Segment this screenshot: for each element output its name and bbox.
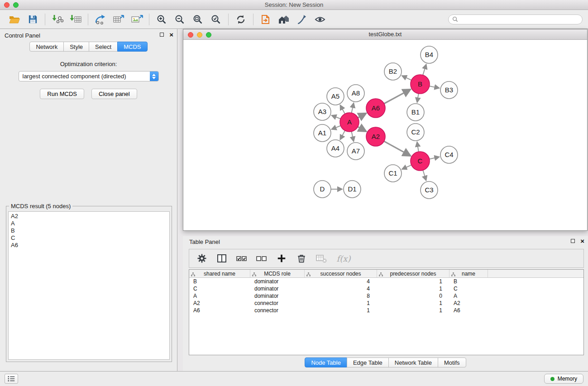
mcds-result-item[interactable]: A (10, 220, 168, 227)
edge-C-C1[interactable] (402, 165, 411, 169)
mcds-result-item[interactable]: B (10, 227, 168, 234)
zoom-fit-button[interactable] (189, 12, 207, 27)
open-session-button[interactable] (5, 12, 24, 27)
edge-A-A4[interactable] (340, 131, 345, 140)
apply-layout-button[interactable] (232, 12, 250, 27)
table-cell[interactable]: C (189, 286, 250, 292)
import-network-button[interactable] (48, 12, 67, 27)
node-A8[interactable]: A8 (347, 85, 364, 102)
edge-B-B2[interactable] (402, 76, 411, 80)
mcds-result-item[interactable]: A6 (10, 242, 168, 249)
table-cell[interactable]: C (449, 286, 488, 292)
tab-network-table[interactable]: Network Table (388, 357, 438, 367)
node-table[interactable]: shared nameMCDS rolesuccessor nodesprede… (189, 269, 584, 355)
table-row[interactable]: Cdominator41C (189, 285, 583, 292)
edge-C-C4[interactable] (430, 157, 440, 159)
node-C3[interactable]: C3 (421, 181, 438, 199)
memory-button[interactable]: Memory (544, 374, 583, 384)
edge-B-B1[interactable] (417, 94, 419, 103)
float-panel-icon[interactable] (571, 239, 575, 243)
network-canvas[interactable]: B4B2BB3A5A8A6A3B1AC2A1A2A4A7C4CC1DD1C3 (183, 40, 587, 230)
table-cell[interactable]: 1 (305, 307, 377, 314)
mcds-result-item[interactable]: A2 (10, 213, 168, 220)
node-A1[interactable]: A1 (314, 124, 331, 142)
table-cell[interactable]: B (449, 278, 488, 285)
run-mcds-button[interactable]: Run MCDS (40, 89, 84, 99)
column-header-successor-nodes[interactable]: successor nodes (305, 270, 377, 277)
export-image-button[interactable] (128, 12, 146, 27)
show-columns-button[interactable] (214, 251, 230, 266)
node-B1[interactable]: B1 (407, 104, 424, 121)
zoom-selected-button[interactable] (207, 12, 225, 27)
close-window-icon[interactable] (4, 2, 10, 8)
minimize-view-icon[interactable] (197, 32, 202, 38)
float-panel-icon[interactable] (160, 33, 164, 37)
select-all-button[interactable] (234, 251, 250, 266)
table-cell[interactable]: 1 (377, 307, 449, 314)
table-cell[interactable]: 4 (305, 278, 377, 285)
table-cell[interactable]: A (449, 293, 488, 299)
table-cell[interactable]: A2 (189, 300, 250, 306)
table-row[interactable]: A6connector11A6 (189, 307, 583, 314)
table-cell[interactable]: 1 (377, 278, 449, 285)
import-table-button[interactable] (67, 12, 85, 27)
edge-A6-B[interactable] (384, 89, 410, 104)
node-B4[interactable]: B4 (421, 46, 438, 63)
search-input[interactable] (460, 16, 578, 23)
edge-C-C3[interactable] (423, 170, 426, 181)
table-cell[interactable]: B (189, 278, 250, 285)
edge-A-A2[interactable] (358, 127, 366, 131)
close-panel-icon[interactable]: × (169, 32, 173, 37)
table-cell[interactable]: dominator (250, 293, 305, 299)
tab-select[interactable]: Select (89, 42, 118, 52)
node-C-mcds[interactable]: C (411, 152, 430, 171)
column-header-mcds-role[interactable]: MCDS role (250, 270, 305, 277)
edge-A-A5[interactable] (340, 105, 345, 114)
edge-A-A3[interactable] (332, 115, 341, 119)
edge-A-A6[interactable] (358, 113, 366, 118)
table-row[interactable]: Adominator80A (189, 292, 583, 300)
node-D[interactable]: D (314, 181, 331, 198)
tab-mcds[interactable]: MCDS (117, 42, 147, 52)
column-header-shared-name[interactable]: shared name (189, 270, 250, 277)
node-C1[interactable]: C1 (384, 165, 402, 182)
add-button[interactable] (273, 251, 290, 266)
table-cell[interactable]: 8 (305, 293, 377, 299)
tab-style[interactable]: Style (63, 42, 89, 52)
node-A2-mcds[interactable]: A2 (366, 127, 385, 146)
table-cell[interactable]: A (189, 293, 250, 299)
zoom-in-button[interactable] (153, 12, 171, 27)
table-row[interactable]: A2connector11A2 (189, 300, 583, 307)
table-cell[interactable]: connector (250, 300, 305, 306)
tab-motifs[interactable]: Motifs (438, 357, 466, 367)
node-C2[interactable]: C2 (407, 124, 424, 141)
home-button[interactable] (275, 12, 293, 27)
table-cell[interactable]: dominator (250, 286, 305, 292)
node-B3[interactable]: B3 (440, 81, 458, 99)
edge-C-C2[interactable] (417, 142, 418, 152)
tab-node-table[interactable]: Node Table (305, 357, 347, 367)
edge-A-A1[interactable] (331, 126, 340, 129)
save-session-button[interactable] (24, 12, 42, 27)
table-row[interactable]: Bdominator41B (189, 278, 583, 285)
table-cell[interactable]: 4 (305, 286, 377, 292)
export-table-button[interactable] (110, 12, 128, 27)
node-A6-mcds[interactable]: A6 (366, 99, 385, 118)
zoom-window-icon[interactable] (13, 2, 19, 8)
network-graph[interactable]: B4B2BB3A5A8A6A3B1AC2A1A2A4A7C4CC1DD1C3 (183, 40, 587, 230)
first-neighbors-button[interactable] (257, 12, 275, 27)
table-cell[interactable]: 1 (305, 300, 377, 306)
network-window-titlebar[interactable]: testGlobe.txt (183, 29, 587, 40)
deselect-all-button[interactable] (253, 251, 270, 266)
edge-A-A7[interactable] (351, 132, 354, 142)
table-cell[interactable]: A6 (189, 307, 250, 314)
column-header-name[interactable]: name (449, 270, 488, 277)
edge-B-B3[interactable] (430, 86, 440, 88)
mcds-result-list[interactable]: A2ABCA6 (8, 211, 170, 360)
close-panel-icon[interactable]: × (580, 238, 584, 243)
table-cell[interactable]: 1 (377, 300, 449, 306)
zoom-view-icon[interactable] (206, 32, 211, 38)
node-B2[interactable]: B2 (384, 63, 402, 80)
table-cell[interactable]: connector (250, 307, 305, 314)
edge-B-B4[interactable] (423, 64, 426, 75)
